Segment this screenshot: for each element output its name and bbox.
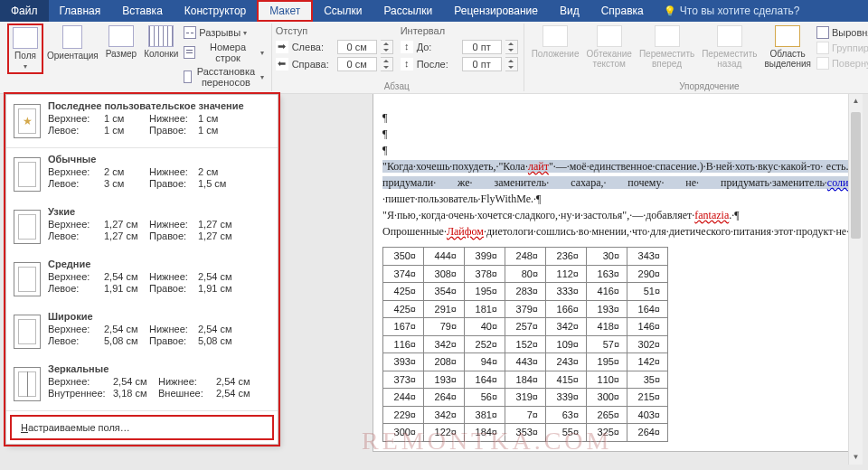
indent-left-input[interactable]: 0 см xyxy=(337,40,377,54)
table-cell: 164¤ xyxy=(465,371,505,389)
w-right-l: Правое: xyxy=(149,335,198,346)
tab-mailings[interactable]: Рассылки xyxy=(373,0,443,22)
table-cell: 142¤ xyxy=(627,353,668,371)
tab-file[interactable]: Файл xyxy=(0,0,49,22)
tab-help[interactable]: Справка xyxy=(590,0,655,22)
custom-margins-button[interactable]: Настраиваемые поля… xyxy=(10,415,274,440)
table-cell: 379¤ xyxy=(505,300,546,318)
table-row: 393¤208¤94¤443¤243¤195¤142¤ xyxy=(383,353,668,371)
breaks-icon xyxy=(184,26,196,39)
preset-wide-icon xyxy=(14,315,41,349)
indent-right-spinner[interactable] xyxy=(381,57,393,71)
m-left-l: Левое: xyxy=(48,283,104,294)
margins-preset-normal[interactable]: Обычные Верхнее:2 см Нижнее:2 см Левое:3… xyxy=(6,148,278,201)
table-cell: 403¤ xyxy=(627,406,668,424)
data-table[interactable]: 350¤444¤399¤248¤236¤30¤343¤374¤308¤378¤8… xyxy=(382,247,668,442)
group-paragraph: Абзац xyxy=(276,80,518,91)
table-cell: 373¤ xyxy=(383,371,424,389)
forward-label: Переместить вперед xyxy=(639,49,694,69)
table-cell: 112¤ xyxy=(546,265,587,283)
tab-references[interactable]: Ссылки xyxy=(313,0,373,22)
table-cell: 333¤ xyxy=(546,283,587,301)
columns-icon xyxy=(148,25,174,47)
table-cell: 244¤ xyxy=(383,389,424,407)
table-cell: 195¤ xyxy=(587,353,627,371)
breaks-label: Разрывы xyxy=(199,27,241,38)
scroll-thumb[interactable] xyxy=(851,112,861,239)
table-cell: 353¤ xyxy=(505,424,546,442)
table-cell: 302¤ xyxy=(627,335,668,353)
table-cell: 374¤ xyxy=(383,265,424,283)
scroll-down-icon[interactable]: ▼ xyxy=(849,450,863,465)
pilcrow: ¶ xyxy=(382,142,863,158)
na-left-v: 1,27 см xyxy=(104,230,149,241)
margins-preset-mirrored[interactable]: Зеркальные Верхнее:2,54 см Нижнее:2,54 с… xyxy=(6,358,278,410)
w-right-v: 5,08 см xyxy=(198,335,243,346)
tab-view[interactable]: Вид xyxy=(549,0,590,22)
margins-dropdown: Последнее пользовательское значение Верх… xyxy=(5,94,278,445)
indent-right-input[interactable]: 0 см xyxy=(337,57,377,71)
orientation-button[interactable]: Ориентация xyxy=(43,24,102,62)
hyphenation-button[interactable]: Расстановка переносов ▾ xyxy=(182,65,265,89)
preset-last-left-l: Левое: xyxy=(48,125,104,136)
rotate-label: Повернуть xyxy=(832,58,868,69)
table-cell: 265¤ xyxy=(587,406,627,424)
selection-pane-button[interactable]: Область выделения xyxy=(760,24,814,70)
align-button[interactable]: Выровнять ▾ xyxy=(815,25,868,40)
w-bot-l: Нижнее: xyxy=(149,324,198,334)
margins-preset-narrow[interactable]: Узкие Верхнее:1,27 см Нижнее:1,27 см Лев… xyxy=(6,201,278,253)
m-bot-v: 2,54 см xyxy=(198,271,243,282)
breaks-button[interactable]: Разрывы ▾ xyxy=(182,25,265,40)
columns-button[interactable]: Колонки xyxy=(140,24,182,61)
table-cell: 35¤ xyxy=(627,371,668,389)
margins-preset-last[interactable]: Последнее пользовательское значение Верх… xyxy=(6,95,278,147)
table-cell: 181¤ xyxy=(465,300,505,318)
w-top-v: 2,54 см xyxy=(104,324,149,334)
m-right-l: Правое: xyxy=(149,283,198,294)
table-cell: 57¤ xyxy=(587,335,627,353)
scroll-up-icon[interactable]: ▲ xyxy=(849,94,863,108)
table-cell: 184¤ xyxy=(505,371,546,389)
space-after-spinner[interactable] xyxy=(505,57,518,71)
margins-preset-wide[interactable]: Широкие Верхнее:2,54 см Нижнее:2,54 см Л… xyxy=(6,306,278,358)
tab-review[interactable]: Рецензирование xyxy=(443,0,549,22)
table-row: 300¤122¤184¤353¤55¤325¤264¤ xyxy=(383,424,668,442)
table-cell: 7¤ xyxy=(505,406,546,424)
m-left-v: 1,91 см xyxy=(104,283,149,294)
table-cell: 164¤ xyxy=(627,300,668,318)
size-icon xyxy=(108,25,134,47)
line-numbers-icon xyxy=(184,46,195,59)
preset-last-left-v: 1 см xyxy=(104,125,149,136)
table-cell: 184¤ xyxy=(465,424,505,442)
margins-label: Поля xyxy=(14,51,36,61)
table-cell: 325¤ xyxy=(587,424,627,442)
space-after-label: После: xyxy=(417,59,458,70)
table-cell: 378¤ xyxy=(465,265,505,283)
tab-home[interactable]: Главная xyxy=(49,0,112,22)
w-top-l: Верхнее: xyxy=(48,324,104,334)
bring-forward-button: Переместить вперед xyxy=(636,24,698,70)
n-top-v: 2 см xyxy=(104,166,149,177)
indent-left-spinner[interactable] xyxy=(381,40,393,54)
tab-insert[interactable]: Вставка xyxy=(111,0,174,22)
na-bot-l: Нижнее: xyxy=(149,219,198,230)
preset-last-icon xyxy=(14,104,41,138)
tell-me-search[interactable]: Что вы хотите сделать? xyxy=(655,0,809,22)
table-cell: 80¤ xyxy=(505,265,546,283)
tab-layout[interactable]: Макет xyxy=(257,0,313,22)
margins-button[interactable]: Поля ▾ xyxy=(7,24,43,74)
preset-narrow-icon xyxy=(14,210,41,244)
table-row: 374¤308¤378¤80¤112¤163¤290¤ xyxy=(383,265,668,283)
table-row: 116¤342¤252¤152¤109¤57¤302¤ xyxy=(383,335,668,353)
margins-preset-moderate[interactable]: Средние Верхнее:2,54 см Нижнее:2,54 см Л… xyxy=(6,253,278,306)
space-after-input[interactable]: 0 пт xyxy=(462,57,502,71)
space-before-input[interactable]: 0 пт xyxy=(462,40,502,54)
document-page[interactable]: ¶ ¶ ¶ "Когда·хочешь·похудеть,·"Кола·лайт… xyxy=(373,94,863,452)
size-button[interactable]: Размер xyxy=(102,24,140,61)
table-cell: 290¤ xyxy=(627,265,668,283)
vertical-scrollbar[interactable]: ▲ ▼ xyxy=(848,94,863,465)
n-left-l: Левое: xyxy=(48,178,104,189)
line-numbers-button[interactable]: Номера строк ▾ xyxy=(182,41,265,64)
space-before-spinner[interactable] xyxy=(505,40,518,54)
tab-design[interactable]: Конструктор xyxy=(174,0,257,22)
